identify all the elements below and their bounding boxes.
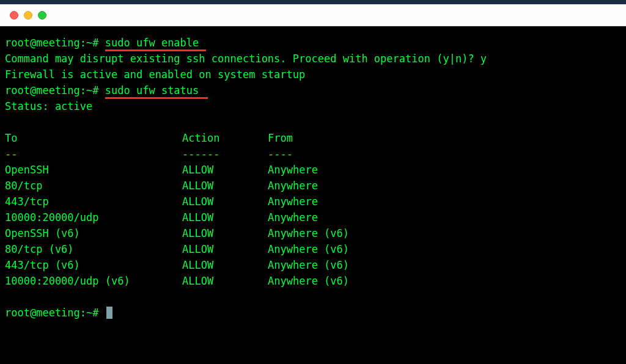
window-outer-strip <box>0 0 626 4</box>
table-header-row: ToActionFrom <box>5 130 621 146</box>
blank-line <box>5 289 621 305</box>
prompt-line-2: root@meeting:~# sudo ufw status <box>5 82 621 98</box>
output-confirm: Command may disrupt existing ssh connect… <box>5 51 621 67</box>
underline-annotation <box>105 97 208 99</box>
cell-from: Anywhere (v6) <box>268 273 621 289</box>
cell-to: 10000:20000/udp <box>5 209 182 225</box>
cell-to: 443/tcp (v6) <box>5 257 182 273</box>
col-header-from: From <box>268 130 621 146</box>
prompt-line-3: root@meeting:~# <box>5 305 621 321</box>
table-row: OpenSSHALLOWAnywhere <box>5 162 621 178</box>
cell-to: 443/tcp <box>5 194 182 209</box>
command-status: sudo ufw status <box>105 82 199 98</box>
table-row: 443/tcpALLOWAnywhere <box>5 194 621 209</box>
cell-action: ALLOW <box>182 225 268 241</box>
close-icon[interactable] <box>10 11 18 20</box>
cell-from: Anywhere <box>268 178 621 194</box>
cell-action: ALLOW <box>182 178 268 194</box>
table-row: 443/tcp (v6)ALLOWAnywhere (v6) <box>5 257 621 273</box>
table-row: OpenSSH (v6)ALLOWAnywhere (v6) <box>5 225 621 241</box>
cell-to: 80/tcp <box>5 178 182 194</box>
table-divider-row: ------------ <box>5 146 621 162</box>
cell-action: ALLOW <box>182 273 268 289</box>
minimize-icon[interactable] <box>24 11 32 20</box>
cell-to: 10000:20000/udp (v6) <box>5 273 182 289</box>
table-row: 80/tcpALLOWAnywhere <box>5 178 621 194</box>
shell-prompt: root@meeting:~# <box>5 84 99 96</box>
maximize-icon[interactable] <box>38 11 46 20</box>
cell-from: Anywhere (v6) <box>268 257 621 273</box>
cell-to: 80/tcp (v6) <box>5 241 182 257</box>
terminal-window: root@meeting:~# sudo ufw enable Command … <box>0 4 626 364</box>
cell-from: Anywhere (v6) <box>268 225 621 241</box>
cell-from: Anywhere <box>268 209 621 225</box>
table-row: 10000:20000/udp (v6)ALLOWAnywhere (v6) <box>5 273 621 289</box>
cell-action: ALLOW <box>182 257 268 273</box>
firewall-rules-table: ToActionFrom ------------ OpenSSHALLOWAn… <box>5 130 621 289</box>
output-enabled: Firewall is active and enabled on system… <box>5 67 621 82</box>
shell-prompt: root@meeting:~# <box>5 37 99 49</box>
prompt-line-1: root@meeting:~# sudo ufw enable <box>5 35 621 51</box>
shell-prompt: root@meeting:~# <box>5 307 99 319</box>
command-enable: sudo ufw enable <box>105 35 199 51</box>
cell-action: ALLOW <box>182 209 268 225</box>
underline-annotation <box>105 49 206 51</box>
cell-to: OpenSSH <box>5 162 182 178</box>
cell-from: Anywhere (v6) <box>268 241 621 257</box>
cell-from: Anywhere <box>268 162 621 178</box>
table-row: 10000:20000/udpALLOWAnywhere <box>5 209 621 225</box>
output-status: Status: active <box>5 98 621 114</box>
terminal-body[interactable]: root@meeting:~# sudo ufw enable Command … <box>0 26 626 364</box>
cell-from: Anywhere <box>268 194 621 209</box>
col-header-action: Action <box>182 130 268 146</box>
cell-action: ALLOW <box>182 162 268 178</box>
cell-action: ALLOW <box>182 194 268 209</box>
titlebar[interactable] <box>0 4 626 26</box>
cursor <box>106 307 112 319</box>
cell-to: OpenSSH (v6) <box>5 225 182 241</box>
cell-action: ALLOW <box>182 241 268 257</box>
table-row: 80/tcp (v6)ALLOWAnywhere (v6) <box>5 241 621 257</box>
col-header-to: To <box>5 130 182 146</box>
